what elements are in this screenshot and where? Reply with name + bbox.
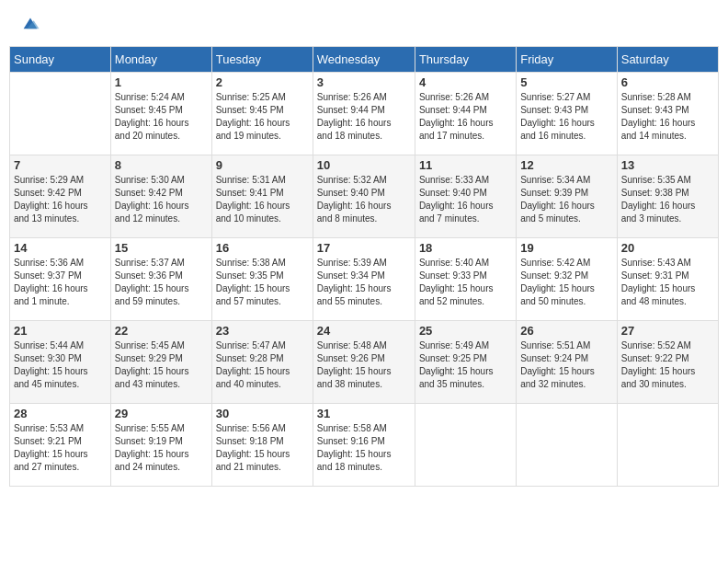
day-info: Sunrise: 5:39 AM Sunset: 9:34 PM Dayligh… [317, 257, 411, 308]
day-number: 13 [621, 158, 714, 172]
calendar-cell: 4Sunrise: 5:26 AM Sunset: 9:44 PM Daylig… [415, 73, 516, 155]
calendar-week-row: 28Sunrise: 5:53 AM Sunset: 9:21 PM Dayli… [10, 404, 719, 487]
day-info: Sunrise: 5:26 AM Sunset: 9:44 PM Dayligh… [317, 91, 411, 143]
day-info: Sunrise: 5:34 AM Sunset: 9:39 PM Dayligh… [520, 174, 613, 225]
day-info: Sunrise: 5:53 AM Sunset: 9:21 PM Dayligh… [14, 422, 107, 474]
calendar-cell: 8Sunrise: 5:30 AM Sunset: 9:42 PM Daylig… [110, 155, 211, 238]
calendar-cell [415, 404, 516, 487]
calendar-cell: 5Sunrise: 5:27 AM Sunset: 9:43 PM Daylig… [517, 73, 618, 155]
day-info: Sunrise: 5:43 AM Sunset: 9:31 PM Dayligh… [621, 257, 714, 308]
day-info: Sunrise: 5:58 AM Sunset: 9:16 PM Dayligh… [317, 422, 411, 474]
calendar-cell: 15Sunrise: 5:37 AM Sunset: 9:36 PM Dayli… [110, 238, 211, 321]
calendar-cell: 29Sunrise: 5:55 AM Sunset: 9:19 PM Dayli… [110, 404, 211, 487]
day-info: Sunrise: 5:51 AM Sunset: 9:24 PM Dayligh… [520, 339, 613, 391]
day-info: Sunrise: 5:36 AM Sunset: 9:37 PM Dayligh… [14, 257, 107, 308]
day-number: 6 [621, 75, 714, 89]
day-info: Sunrise: 5:45 AM Sunset: 9:29 PM Dayligh… [115, 339, 208, 391]
calendar-cell: 2Sunrise: 5:25 AM Sunset: 9:45 PM Daylig… [211, 73, 313, 155]
day-number: 8 [115, 158, 208, 172]
day-of-week-header: Wednesday [313, 47, 415, 73]
day-number: 4 [419, 75, 512, 89]
calendar-cell: 27Sunrise: 5:52 AM Sunset: 9:22 PM Dayli… [617, 321, 718, 404]
logo-icon [20, 14, 40, 34]
day-number: 11 [419, 158, 512, 172]
day-info: Sunrise: 5:30 AM Sunset: 9:42 PM Dayligh… [115, 174, 208, 225]
day-of-week-header: Sunday [10, 47, 111, 73]
calendar-cell [10, 73, 111, 155]
day-number: 21 [14, 324, 107, 338]
calendar-table: SundayMondayTuesdayWednesdayThursdayFrid… [9, 46, 719, 487]
day-of-week-header: Tuesday [211, 47, 313, 73]
day-number: 3 [317, 75, 411, 89]
day-of-week-header: Monday [110, 47, 211, 73]
calendar-cell: 6Sunrise: 5:28 AM Sunset: 9:43 PM Daylig… [617, 73, 718, 155]
day-of-week-header: Thursday [415, 47, 516, 73]
day-number: 18 [419, 241, 512, 255]
day-number: 20 [621, 241, 714, 255]
calendar-cell: 26Sunrise: 5:51 AM Sunset: 9:24 PM Dayli… [517, 321, 618, 404]
day-number: 7 [14, 158, 107, 172]
calendar-week-row: 21Sunrise: 5:44 AM Sunset: 9:30 PM Dayli… [10, 321, 719, 404]
calendar-cell: 13Sunrise: 5:35 AM Sunset: 9:38 PM Dayli… [617, 155, 718, 238]
calendar-cell: 11Sunrise: 5:33 AM Sunset: 9:40 PM Dayli… [415, 155, 516, 238]
day-number: 26 [520, 324, 613, 338]
day-info: Sunrise: 5:35 AM Sunset: 9:38 PM Dayligh… [621, 174, 714, 225]
day-info: Sunrise: 5:40 AM Sunset: 9:33 PM Dayligh… [419, 257, 512, 308]
day-info: Sunrise: 5:29 AM Sunset: 9:42 PM Dayligh… [14, 174, 107, 225]
day-info: Sunrise: 5:28 AM Sunset: 9:43 PM Dayligh… [621, 91, 714, 143]
day-info: Sunrise: 5:24 AM Sunset: 9:45 PM Dayligh… [115, 91, 208, 143]
day-info: Sunrise: 5:32 AM Sunset: 9:40 PM Dayligh… [317, 174, 411, 225]
calendar-cell: 21Sunrise: 5:44 AM Sunset: 9:30 PM Dayli… [10, 321, 111, 404]
calendar-cell: 9Sunrise: 5:31 AM Sunset: 9:41 PM Daylig… [211, 155, 313, 238]
day-number: 2 [216, 75, 309, 89]
day-info: Sunrise: 5:37 AM Sunset: 9:36 PM Dayligh… [115, 257, 208, 308]
day-info: Sunrise: 5:44 AM Sunset: 9:30 PM Dayligh… [14, 339, 107, 391]
day-number: 22 [115, 324, 208, 338]
day-number: 30 [216, 407, 309, 420]
day-of-week-header: Friday [517, 47, 618, 73]
day-info: Sunrise: 5:31 AM Sunset: 9:41 PM Dayligh… [216, 174, 309, 225]
calendar-cell: 24Sunrise: 5:48 AM Sunset: 9:26 PM Dayli… [313, 321, 415, 404]
calendar-cell: 31Sunrise: 5:58 AM Sunset: 9:16 PM Dayli… [313, 404, 415, 487]
calendar-cell: 1Sunrise: 5:24 AM Sunset: 9:45 PM Daylig… [110, 73, 211, 155]
day-info: Sunrise: 5:33 AM Sunset: 9:40 PM Dayligh… [419, 174, 512, 225]
day-number: 29 [115, 407, 208, 420]
day-info: Sunrise: 5:48 AM Sunset: 9:26 PM Dayligh… [317, 339, 411, 391]
day-number: 9 [216, 158, 309, 172]
day-number: 25 [419, 324, 512, 338]
calendar-cell [617, 404, 718, 487]
calendar-cell: 25Sunrise: 5:49 AM Sunset: 9:25 PM Dayli… [415, 321, 516, 404]
calendar-header-row: SundayMondayTuesdayWednesdayThursdayFrid… [10, 47, 719, 73]
calendar-cell: 28Sunrise: 5:53 AM Sunset: 9:21 PM Dayli… [10, 404, 111, 487]
header [9, 9, 719, 39]
day-number: 16 [216, 241, 309, 255]
calendar-cell: 12Sunrise: 5:34 AM Sunset: 9:39 PM Dayli… [517, 155, 618, 238]
day-info: Sunrise: 5:56 AM Sunset: 9:18 PM Dayligh… [216, 422, 309, 474]
calendar-cell: 20Sunrise: 5:43 AM Sunset: 9:31 PM Dayli… [617, 238, 718, 321]
calendar-cell: 3Sunrise: 5:26 AM Sunset: 9:44 PM Daylig… [313, 73, 415, 155]
day-number: 1 [115, 75, 208, 89]
day-info: Sunrise: 5:52 AM Sunset: 9:22 PM Dayligh… [621, 339, 714, 391]
calendar-cell: 17Sunrise: 5:39 AM Sunset: 9:34 PM Dayli… [313, 238, 415, 321]
day-info: Sunrise: 5:49 AM Sunset: 9:25 PM Dayligh… [419, 339, 512, 391]
day-info: Sunrise: 5:26 AM Sunset: 9:44 PM Dayligh… [419, 91, 512, 143]
day-info: Sunrise: 5:55 AM Sunset: 9:19 PM Dayligh… [115, 422, 208, 474]
day-info: Sunrise: 5:47 AM Sunset: 9:28 PM Dayligh… [216, 339, 309, 391]
day-number: 15 [115, 241, 208, 255]
calendar-cell: 16Sunrise: 5:38 AM Sunset: 9:35 PM Dayli… [211, 238, 313, 321]
calendar-cell: 18Sunrise: 5:40 AM Sunset: 9:33 PM Dayli… [415, 238, 516, 321]
day-number: 23 [216, 324, 309, 338]
day-number: 5 [520, 75, 613, 89]
day-number: 17 [317, 241, 411, 255]
calendar-cell: 23Sunrise: 5:47 AM Sunset: 9:28 PM Dayli… [211, 321, 313, 404]
day-number: 12 [520, 158, 613, 172]
day-info: Sunrise: 5:38 AM Sunset: 9:35 PM Dayligh… [216, 257, 309, 308]
day-of-week-header: Saturday [617, 47, 718, 73]
calendar-cell: 19Sunrise: 5:42 AM Sunset: 9:32 PM Dayli… [517, 238, 618, 321]
day-info: Sunrise: 5:27 AM Sunset: 9:43 PM Dayligh… [520, 91, 613, 143]
day-info: Sunrise: 5:42 AM Sunset: 9:32 PM Dayligh… [520, 257, 613, 308]
calendar-week-row: 1Sunrise: 5:24 AM Sunset: 9:45 PM Daylig… [10, 73, 719, 155]
calendar-cell: 22Sunrise: 5:45 AM Sunset: 9:29 PM Dayli… [110, 321, 211, 404]
day-number: 28 [14, 407, 107, 420]
day-info: Sunrise: 5:25 AM Sunset: 9:45 PM Dayligh… [216, 91, 309, 143]
